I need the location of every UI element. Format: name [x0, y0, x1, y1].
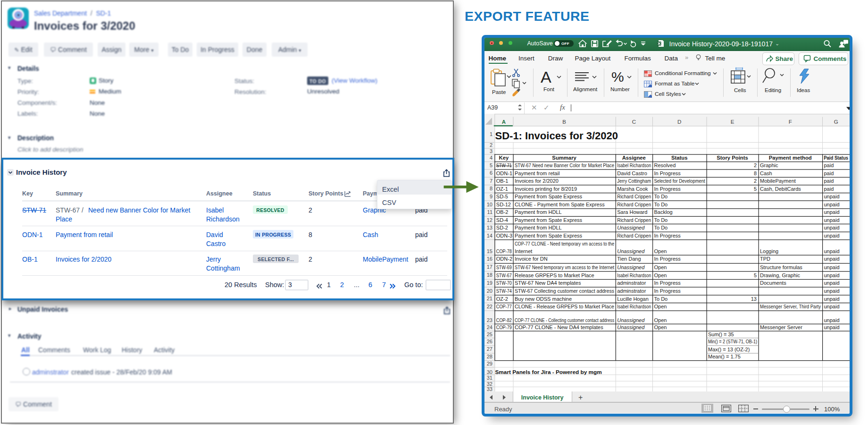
svg-text:Mean() = 1.75: Mean() = 1.75	[708, 354, 741, 359]
svg-text:unpaid: unpaid	[824, 264, 840, 270]
svg-text:ODN-1: ODN-1	[496, 170, 512, 176]
svg-text:Tien Dang: Tien Dang	[617, 256, 641, 262]
svg-text:11: 11	[487, 209, 492, 215]
svg-text:Min() = 2 (STW-71, OB-1): Min() = 2 (STW-71, OB-1)	[708, 339, 757, 344]
svg-text:STW-67: STW-67	[496, 272, 512, 278]
svg-text:paid: paid	[824, 162, 834, 168]
svg-text:Marsha Cook: Marsha Cook	[617, 186, 648, 191]
svg-text:Isabel Richardson: Isabel Richardson	[617, 272, 651, 278]
svg-text:Summary: Summary	[552, 155, 576, 161]
svg-text:33: 33	[487, 386, 492, 391]
svg-text:unpaid: unpaid	[824, 217, 840, 222]
svg-text:C: C	[632, 119, 636, 124]
svg-text:OB-1: OB-1	[496, 178, 509, 184]
svg-text:30: 30	[487, 369, 492, 374]
svg-text:Graphic: Graphic	[760, 162, 778, 168]
svg-text:5: 5	[490, 162, 492, 168]
svg-text:paid: paid	[824, 178, 834, 184]
svg-text:Selected for Development: Selected for Development	[654, 178, 705, 184]
svg-text:20: 20	[487, 288, 492, 293]
svg-text:Story Points: Story Points	[717, 155, 748, 161]
svg-text:1: 1	[490, 131, 492, 137]
svg-text:Richard Crippen: Richard Crippen	[617, 232, 651, 238]
svg-text:Paid Status: Paid Status	[824, 155, 848, 161]
svg-text:F: F	[789, 119, 792, 124]
svg-text:Open: Open	[654, 317, 667, 323]
svg-text:Logging: Logging	[760, 248, 778, 254]
svg-text:9: 9	[490, 194, 492, 199]
svg-text:Unassigned: Unassigned	[617, 248, 645, 254]
svg-text:Documents: Documents	[760, 280, 786, 286]
svg-text:adminstrator: adminstrator	[617, 288, 646, 294]
svg-text:Status: Status	[671, 155, 688, 161]
svg-text:Cash, DebitCards: Cash, DebitCards	[760, 186, 801, 191]
svg-text:Unassigned: Unassigned	[617, 324, 645, 330]
svg-text:unpaid: unpaid	[824, 201, 840, 207]
svg-text:STW-74: STW-74	[496, 288, 512, 294]
svg-text:2: 2	[490, 142, 492, 148]
svg-text:2: 2	[754, 178, 757, 184]
svg-text:STW-67 Collecting customer con: STW-67 Collecting customer contact addre…	[515, 288, 614, 294]
svg-text:STW-67 Need new Banner Color f: STW-67 Need new Banner Color for Market …	[515, 162, 614, 168]
svg-text:21: 21	[487, 296, 492, 301]
svg-text:adminstrator: adminstrator	[617, 280, 646, 286]
svg-text:CLONE - Release GRPEPS to Mark: CLONE - Release GRPEPS to Market Place	[515, 304, 614, 309]
svg-text:SD-2: SD-2	[496, 225, 508, 230]
svg-text:D: D	[677, 119, 681, 124]
svg-text:unpaid: unpaid	[824, 304, 840, 309]
svg-text:In Progress: In Progress	[654, 256, 681, 262]
svg-text:3: 3	[490, 148, 492, 153]
svg-text:unpaid: unpaid	[824, 248, 840, 254]
svg-text:Sara Howard: Sara Howard	[617, 209, 647, 215]
svg-text:E: E	[731, 119, 734, 124]
svg-text:G: G	[834, 119, 838, 124]
svg-text:COP-79: COP-79	[496, 324, 512, 330]
svg-text:Isabel Richardson: Isabel Richardson	[617, 162, 651, 168]
svg-text:13: 13	[751, 296, 757, 301]
svg-text:Isabel Richardson: Isabel Richardson	[617, 304, 651, 309]
svg-text:STW-70: STW-70	[496, 280, 512, 286]
svg-text:Assignee: Assignee	[622, 155, 646, 161]
svg-text:29: 29	[487, 361, 492, 366]
svg-text:14: 14	[487, 232, 492, 238]
svg-text:5: 5	[754, 272, 757, 278]
svg-text:Release GRPEPS to Market Place: Release GRPEPS to Market Place	[515, 272, 594, 278]
svg-text:unpaid: unpaid	[824, 272, 840, 278]
svg-text:STW-69: STW-69	[496, 264, 512, 270]
svg-text:unpaid: unpaid	[824, 280, 840, 286]
svg-text:COP-77 CLONE - Collecting cust: COP-77 CLONE - Collecting customer conta…	[515, 317, 614, 323]
svg-text:Richard Crippen: Richard Crippen	[617, 217, 651, 222]
svg-text:SD-12: SD-12	[496, 201, 511, 207]
svg-text:COP-77 CLONE - Need temporary: COP-77 CLONE - Need temporary vm access …	[515, 240, 614, 246]
svg-text:18: 18	[487, 272, 492, 278]
svg-text:23: 23	[487, 317, 492, 323]
svg-text:Internet: Internet	[515, 248, 532, 254]
svg-text:COP-77: COP-77	[496, 304, 512, 309]
svg-text:Open: Open	[654, 324, 667, 330]
svg-text:Lucille Hogan: Lucille Hogan	[617, 296, 649, 301]
svg-text:Payment from retail: Payment from retail	[515, 170, 559, 176]
svg-text:SD-4: SD-4	[496, 217, 508, 222]
svg-text:OB-2: OB-2	[496, 209, 509, 215]
svg-text:STW-67 New DA4 templates: STW-67 New DA4 templates	[515, 280, 581, 286]
svg-text:Drawing, Graphic: Drawing, Graphic	[760, 272, 800, 278]
svg-text:SD-1: Invoices for 3/2020: SD-1: Invoices for 3/2020	[495, 130, 618, 142]
svg-text:Paste: Paste	[492, 89, 506, 95]
svg-text:Richard Crippen: Richard Crippen	[617, 194, 651, 199]
svg-text:TPD: TPD	[760, 256, 770, 262]
svg-text:Open: Open	[654, 248, 667, 254]
svg-text:Messenger Server, Third Party: Messenger Server, Third Party	[760, 304, 821, 309]
svg-text:19: 19	[487, 280, 492, 286]
svg-text:unpaid: unpaid	[824, 209, 840, 215]
svg-text:To Do: To Do	[654, 225, 668, 230]
svg-text:In Progress: In Progress	[654, 232, 681, 238]
svg-text:In Progress: In Progress	[654, 170, 681, 176]
svg-text:B: B	[562, 119, 566, 124]
svg-text:13: 13	[487, 224, 492, 230]
svg-text:ODN-2: ODN-2	[496, 256, 512, 262]
svg-text:Smart Panels for Jira - Powere: Smart Panels for Jira - Powered by mgm	[495, 369, 602, 375]
svg-text:Resolved: Resolved	[654, 162, 676, 168]
svg-text:6: 6	[490, 170, 492, 176]
svg-text:Open: Open	[654, 304, 667, 309]
svg-text:Messenger Server: Messenger Server	[760, 324, 802, 330]
